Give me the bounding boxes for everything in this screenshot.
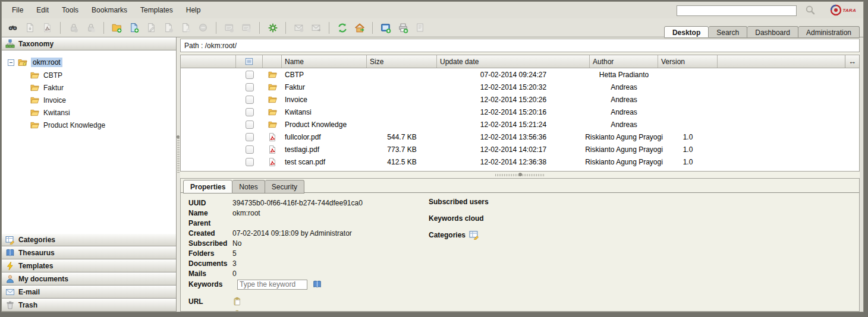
splitter-knob[interactable] [518, 173, 522, 176]
checkin-document-icon[interactable] [180, 21, 192, 34]
sidebar-section-email[interactable]: E-mail [2, 286, 176, 299]
row-checkbox[interactable] [246, 145, 254, 154]
omr-icon[interactable] [414, 21, 426, 34]
menu-file[interactable]: File [5, 5, 30, 15]
sidebar-section-taxonomy[interactable]: Taxonomy [2, 37, 176, 50]
menu-help[interactable]: Help [180, 5, 207, 15]
tab-notes[interactable]: Notes [232, 180, 265, 194]
tree-node-label[interactable]: Invoice [43, 96, 66, 104]
column-header-name[interactable]: Name [282, 55, 367, 68]
tree-node-label[interactable]: CBTP [43, 71, 62, 80]
tree-node-folder[interactable]: Product Knowledge [2, 119, 176, 131]
row-checkbox[interactable] [246, 71, 254, 79]
table-row[interactable]: fullcolor.pdf 544.7 KB 12-02-2014 13:56:… [181, 131, 859, 143]
tree-node-folder[interactable]: Invoice [2, 94, 176, 106]
table-row[interactable]: testlagi.pdf 773.7 KB 12-02-2014 14:02:1… [181, 143, 859, 156]
menu-tools[interactable]: Tools [55, 5, 85, 15]
tree-node-label[interactable]: Product Knowledge [43, 121, 105, 129]
collapse-icon[interactable] [8, 59, 14, 66]
find-icon[interactable] [7, 21, 19, 34]
column-adjust-button[interactable]: ↔ [845, 55, 859, 68]
row-checkbox[interactable] [246, 108, 254, 116]
tree-node-label[interactable]: Kwitansi [43, 109, 70, 117]
breadcrumb: Path : /okm:root/ [180, 39, 860, 52]
tree-node-folder[interactable]: CBTP [2, 69, 176, 81]
remove-property-group-icon[interactable] [240, 21, 253, 34]
delete-icon[interactable] [197, 21, 209, 34]
row-name[interactable]: test scan.pdf [282, 158, 367, 166]
row-name[interactable]: testlagi.pdf [282, 145, 367, 154]
edit-document-icon[interactable] [145, 21, 158, 34]
add-category-icon[interactable] [469, 230, 479, 240]
tree-node-label[interactable]: okm:root [31, 58, 62, 67]
keywords-input[interactable] [237, 280, 307, 290]
tree-node-root[interactable]: okm:root [2, 56, 176, 69]
table-row[interactable]: CBTP 07-02-2014 09:24:27 Hetta Pradianto [181, 68, 859, 81]
table-row[interactable]: Invoice 12-02-2014 15:20:26 Andreas [181, 93, 859, 106]
horizontal-splitter[interactable] [180, 172, 860, 177]
thesaurus-lookup-icon[interactable] [312, 280, 322, 289]
row-checkbox[interactable] [246, 96, 254, 104]
checkout-document-icon[interactable] [162, 21, 175, 34]
column-header-update[interactable]: Update date [437, 55, 590, 68]
refresh-icon[interactable] [336, 21, 348, 34]
table-row[interactable]: Product Knowledge 12-02-2014 15:21:24 An… [181, 118, 859, 131]
table-row[interactable]: Kwitansi 12-02-2014 15:20:16 Andreas [181, 106, 859, 118]
tab-search[interactable]: Search [709, 26, 747, 38]
row-checkbox[interactable] [246, 83, 254, 91]
tab-properties[interactable]: Properties [183, 180, 232, 194]
search-icon[interactable] [805, 5, 816, 18]
row-name[interactable]: Invoice [282, 96, 367, 104]
splitter-handle[interactable] [177, 138, 180, 173]
row-name[interactable]: Faktur [282, 83, 367, 91]
unlock-icon[interactable] [84, 21, 97, 34]
row-name[interactable]: CBTP [282, 71, 367, 79]
column-header-select[interactable] [236, 55, 263, 68]
sidebar-section-thesaurus[interactable]: Thesaurus [2, 246, 176, 259]
tree-node-folder[interactable]: Kwitansi [2, 106, 176, 119]
row-checkbox[interactable] [246, 121, 254, 129]
row-checkbox[interactable] [246, 133, 254, 141]
home-icon[interactable] [353, 21, 366, 34]
column-header-author[interactable]: Author [590, 55, 658, 68]
quick-search-input[interactable] [677, 5, 797, 16]
add-mail-icon[interactable] [293, 21, 305, 34]
sidebar-section-templates[interactable]: Templates [2, 259, 176, 272]
forward-mail-icon[interactable] [310, 21, 322, 34]
menu-templates[interactable]: Templates [134, 5, 180, 15]
tab-desktop[interactable]: Desktop [664, 26, 709, 38]
sidebar-section-my-documents[interactable]: My documents [2, 272, 176, 286]
lock-icon[interactable] [67, 21, 80, 34]
tab-security[interactable]: Security [265, 180, 304, 194]
row-name[interactable]: Kwitansi [282, 108, 367, 116]
menu-bookmarks[interactable]: Bookmarks [85, 5, 134, 15]
tree-node-folder[interactable]: Faktur [2, 81, 176, 94]
row-name[interactable]: fullcolor.pdf [282, 133, 367, 141]
column-header-size[interactable]: Size [367, 55, 437, 68]
tab-dashboard[interactable]: Dashboard [747, 26, 798, 38]
table-row[interactable]: test scan.pdf 412.5 KB 12-02-2014 12:36:… [181, 156, 859, 168]
sidebar-section-categories[interactable]: Categories [2, 233, 176, 246]
copy-webdav-icon[interactable] [232, 310, 242, 312]
download-pdf-icon[interactable] [41, 21, 54, 34]
start-workflow-icon[interactable] [266, 21, 279, 34]
sidebar-section-trash[interactable]: Trash [2, 299, 176, 312]
add-property-group-icon[interactable] [223, 21, 235, 34]
copy-url-icon[interactable] [232, 297, 242, 306]
massive-selection-icon[interactable] [244, 58, 254, 66]
tree-node-label[interactable]: Faktur [43, 84, 64, 92]
row-author: Riskianto Agung Prayogi [590, 158, 658, 166]
column-header-version[interactable]: Version [658, 55, 718, 68]
add-to-console-icon[interactable] [379, 21, 392, 34]
table-row[interactable]: Faktur 12-02-2014 15:20:32 Andreas [181, 81, 859, 93]
print-icon[interactable] [397, 21, 409, 34]
sidebar: Taxonomy okm:root CBTP Faktur Invoice Kw… [2, 37, 177, 312]
add-document-icon[interactable] [128, 21, 140, 34]
row-name[interactable]: Product Knowledge [282, 121, 367, 129]
create-folder-icon[interactable] [111, 21, 123, 34]
row-checkbox[interactable] [246, 158, 254, 166]
menu-edit[interactable]: Edit [30, 5, 55, 15]
download-document-icon[interactable] [24, 21, 36, 34]
tab-administration[interactable]: Administration [798, 26, 860, 38]
splitter-handle[interactable] [495, 174, 545, 176]
